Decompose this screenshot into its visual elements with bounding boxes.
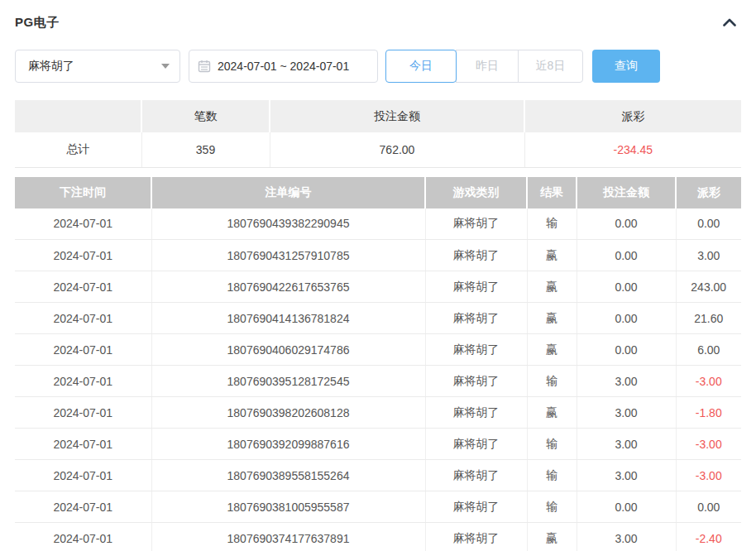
last8days-button[interactable]: 近8日 (518, 50, 583, 83)
chevron-up-icon (723, 17, 736, 29)
cell-payout: -3.00 (676, 429, 741, 460)
table-row: 2024-07-01 1807690374177637891 麻将胡了 赢 3.… (15, 523, 741, 551)
cell-result: 赢 (527, 240, 577, 271)
date-quick-buttons: 今日 昨日 近8日 (385, 50, 583, 83)
today-button[interactable]: 今日 (385, 50, 457, 83)
cell-payout: 0.00 (676, 491, 741, 523)
col-header-bet-time: 下注时间 (15, 177, 151, 208)
cell-bet-amount: 0.00 (577, 240, 676, 271)
cell-result: 赢 (527, 303, 577, 334)
caret-down-icon (161, 64, 170, 69)
summary-total-label: 总计 (15, 132, 141, 167)
yesterday-button[interactable]: 昨日 (456, 50, 519, 83)
cell-bet-amount: 0.00 (577, 271, 676, 303)
table-row: 2024-07-01 1807690395128172545 麻将胡了 输 3.… (15, 366, 741, 397)
bet-table-body: 2024-07-01 1807690439382290945 麻将胡了 输 0.… (15, 208, 741, 551)
cell-game-type: 麻将胡了 (425, 334, 527, 366)
cell-bet-time: 2024-07-01 (15, 208, 151, 240)
date-range-value: 2024-07-01 ~ 2024-07-01 (218, 60, 349, 73)
table-row: 2024-07-01 1807690431257910785 麻将胡了 赢 0.… (15, 240, 741, 271)
table-row: 2024-07-01 1807690398202608128 麻将胡了 赢 3.… (15, 397, 741, 429)
cell-result: 赢 (527, 397, 577, 429)
cell-result: 赢 (527, 334, 577, 366)
cell-result: 输 (527, 429, 577, 460)
cell-bet-id: 1807690414136781824 (151, 303, 425, 334)
cell-bet-id: 1807690431257910785 (151, 240, 425, 271)
search-button[interactable]: 查询 (592, 50, 660, 83)
page-title: PG电子 (15, 15, 60, 31)
pg-games-panel: PG电子 麻将胡了 2024-07-01 ~ 2 (0, 0, 756, 551)
cell-bet-time: 2024-07-01 (15, 303, 151, 334)
cell-bet-amount: 3.00 (577, 460, 676, 491)
col-header-game-type: 游戏类别 (425, 177, 527, 208)
cell-payout: -3.00 (676, 366, 741, 397)
cell-result: 输 (527, 208, 577, 240)
summary-header-bet-amount: 投注金额 (270, 100, 524, 132)
summary-header-count: 笔数 (141, 100, 270, 132)
cell-bet-id: 1807690381005955587 (151, 491, 425, 523)
cell-game-type: 麻将胡了 (425, 366, 527, 397)
date-range-input[interactable]: 2024-07-01 ~ 2024-07-01 (189, 50, 378, 83)
panel-header: PG电子 (15, 0, 741, 31)
table-row: 2024-07-01 1807690414136781824 麻将胡了 赢 0.… (15, 303, 741, 334)
cell-bet-time: 2024-07-01 (15, 429, 151, 460)
game-select-value: 麻将胡了 (28, 59, 74, 74)
cell-bet-amount: 0.00 (577, 334, 676, 366)
col-header-bet-id: 注单编号 (151, 177, 425, 208)
calendar-icon (198, 60, 211, 73)
cell-bet-id: 1807690392099887616 (151, 429, 425, 460)
cell-result: 赢 (527, 271, 577, 303)
col-header-bet-amount: 投注金额 (577, 177, 676, 208)
cell-game-type: 麻将胡了 (425, 271, 527, 303)
table-row: 2024-07-01 1807690392099887616 麻将胡了 输 3.… (15, 429, 741, 460)
cell-bet-id: 1807690374177637891 (151, 523, 425, 551)
cell-game-type: 麻将胡了 (425, 303, 527, 334)
cell-payout: 6.00 (676, 334, 741, 366)
summary-total-payout: -234.45 (524, 132, 741, 167)
cell-bet-amount: 0.00 (577, 303, 676, 334)
cell-bet-amount: 3.00 (577, 366, 676, 397)
cell-bet-id: 1807690395128172545 (151, 366, 425, 397)
bet-table-header-row: 下注时间 注单编号 游戏类别 结果 投注金额 派彩 (15, 177, 741, 208)
cell-bet-time: 2024-07-01 (15, 397, 151, 429)
collapse-panel-button[interactable] (720, 12, 739, 32)
summary-total-bet-amount: 762.00 (270, 132, 524, 167)
cell-bet-id: 1807690389558155264 (151, 460, 425, 491)
cell-bet-id: 1807690422617653765 (151, 271, 425, 303)
summary-table: 笔数 投注金额 派彩 总计 359 762.00 -234.45 (15, 100, 741, 168)
cell-result: 赢 (527, 523, 577, 551)
col-header-result: 结果 (527, 177, 577, 208)
cell-game-type: 麻将胡了 (425, 429, 527, 460)
table-row: 2024-07-01 1807690406029174786 麻将胡了 赢 0.… (15, 334, 741, 366)
game-select[interactable]: 麻将胡了 (15, 50, 180, 83)
cell-payout: 0.00 (676, 208, 741, 240)
cell-bet-time: 2024-07-01 (15, 460, 151, 491)
cell-payout: -3.00 (676, 460, 741, 491)
cell-payout: 243.00 (676, 271, 741, 303)
col-header-payout: 派彩 (676, 177, 741, 208)
table-row: 2024-07-01 1807690422617653765 麻将胡了 赢 0.… (15, 271, 741, 303)
cell-result: 输 (527, 460, 577, 491)
cell-game-type: 麻将胡了 (425, 397, 527, 429)
cell-game-type: 麻将胡了 (425, 208, 527, 240)
cell-bet-time: 2024-07-01 (15, 366, 151, 397)
bet-records-table: 下注时间 注单编号 游戏类别 结果 投注金额 派彩 2024-07-01 180… (15, 177, 741, 551)
filter-bar: 麻将胡了 2024-07-01 ~ 2024-07-01 今日 昨日 近8日 (15, 50, 741, 83)
cell-payout: 3.00 (676, 240, 741, 271)
summary-total-count: 359 (141, 132, 270, 167)
cell-bet-amount: 0.00 (577, 208, 676, 240)
cell-result: 输 (527, 491, 577, 523)
summary-header-row: 笔数 投注金额 派彩 (15, 100, 741, 132)
table-row: 2024-07-01 1807690381005955587 麻将胡了 输 0.… (15, 491, 741, 523)
cell-bet-time: 2024-07-01 (15, 491, 151, 523)
cell-bet-id: 1807690439382290945 (151, 208, 425, 240)
cell-bet-amount: 3.00 (577, 523, 676, 551)
cell-payout: -2.40 (676, 523, 741, 551)
table-row: 2024-07-01 1807690389558155264 麻将胡了 输 3.… (15, 460, 741, 491)
summary-header-payout: 派彩 (524, 100, 741, 132)
cell-bet-id: 1807690398202608128 (151, 397, 425, 429)
cell-game-type: 麻将胡了 (425, 240, 527, 271)
cell-bet-amount: 0.00 (577, 491, 676, 523)
cell-bet-time: 2024-07-01 (15, 523, 151, 551)
cell-bet-time: 2024-07-01 (15, 271, 151, 303)
